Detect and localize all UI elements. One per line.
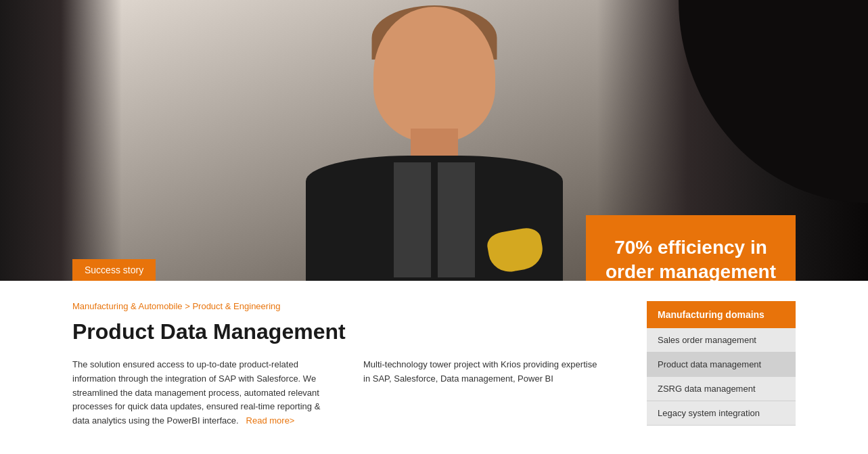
content-section: Manufacturing & Automobile > Product & E… — [0, 281, 868, 454]
person-head — [373, 7, 495, 142]
description-right: Multi-technology tower project with Krio… — [363, 358, 600, 386]
hero-bg-left — [0, 0, 122, 281]
stat-box-text: 70% efficiency in order management — [603, 235, 779, 281]
stat-box: 70% efficiency in order management — [586, 215, 796, 281]
breadcrumb-text: Manufacturing & Automobile > Product & E… — [72, 301, 281, 311]
success-badge-text: Success story — [85, 265, 143, 275]
sidebar-item-product[interactable]: Product data management — [647, 353, 796, 377]
breadcrumb: Manufacturing & Automobile > Product & E… — [72, 301, 600, 311]
person-vest-right — [438, 162, 475, 277]
sidebar-item-zsrg[interactable]: ZSRG data management — [647, 377, 796, 401]
content-columns: The solution ensured access to up-to-dat… — [72, 358, 600, 428]
sidebar-item-sales[interactable]: Sales order management — [647, 328, 796, 353]
success-badge: Success story — [72, 259, 156, 281]
hero-section: Success story 70% efficiency in order ma… — [0, 0, 868, 281]
content-main: Manufacturing & Automobile > Product & E… — [72, 301, 600, 428]
sidebar-header: Manufacturing domains — [647, 301, 796, 328]
description-left: The solution ensured access to up-to-dat… — [72, 358, 329, 428]
read-more-link[interactable]: Read more> — [246, 415, 295, 426]
sidebar: Manufacturing domains Sales order manage… — [647, 301, 796, 428]
content-left: The solution ensured access to up-to-dat… — [72, 358, 329, 428]
page-title: Product Data Management — [72, 319, 600, 344]
content-right: Multi-technology tower project with Krio… — [363, 358, 600, 428]
person-vest-left — [394, 162, 431, 277]
sidebar-item-legacy[interactable]: Legacy system integration — [647, 401, 796, 426]
